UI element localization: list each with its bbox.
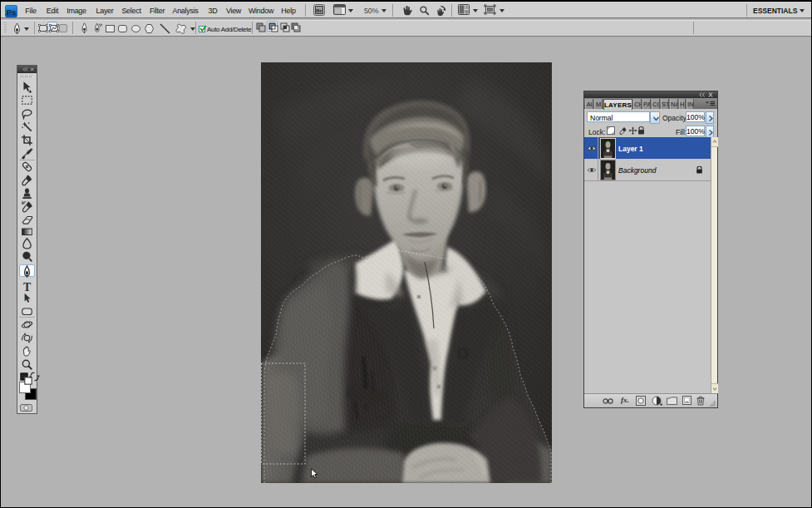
svg-text:Br: Br bbox=[316, 7, 322, 14]
svg-text:T: T bbox=[23, 281, 32, 293]
